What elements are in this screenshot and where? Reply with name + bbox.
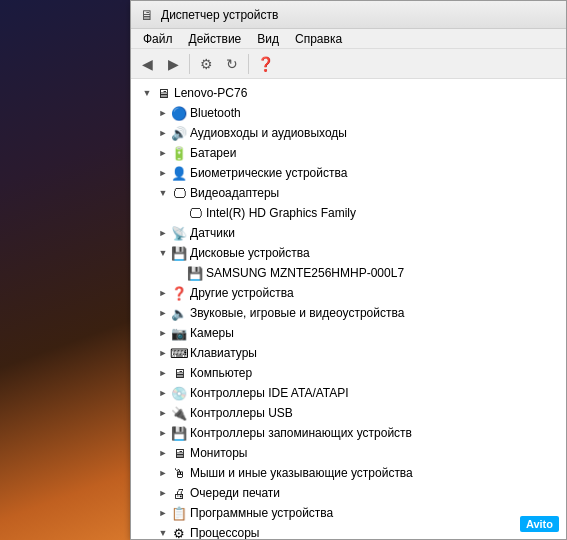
bluetooth-label: Bluetooth [190,106,241,120]
storage-ctrl-expander[interactable] [155,425,171,441]
audio-icon: 🔊 [171,125,187,141]
bluetooth-expander[interactable] [155,105,171,121]
tree-item-sound[interactable]: 🔈 Звуковые, игровые и видеоустройства [131,303,566,323]
intel-gpu-expander [171,205,187,221]
processors-expander[interactable] [155,525,171,539]
computer-expander[interactable] [155,365,171,381]
biometric-expander[interactable] [155,165,171,181]
menu-help[interactable]: Справка [287,30,350,48]
battery-expander[interactable] [155,145,171,161]
disk-expander[interactable] [155,245,171,261]
biometric-icon: 👤 [171,165,187,181]
tree-item-computer[interactable]: 🖥 Компьютер [131,363,566,383]
audio-expander[interactable] [155,125,171,141]
toolbar-separator-1 [189,54,190,74]
forward-button[interactable]: ▶ [161,52,185,76]
help-button[interactable]: ❓ [253,52,277,76]
tree-item-display[interactable]: 🖵 Видеоадаптеры [131,183,566,203]
properties-button[interactable]: ⚙ [194,52,218,76]
print-label: Очереди печати [190,486,280,500]
tree-item-intel-gpu[interactable]: 🖵 Intel(R) HD Graphics Family [131,203,566,223]
software-label: Программные устройства [190,506,333,520]
disk-label: Дисковые устройства [190,246,310,260]
tree-item-cameras[interactable]: 📷 Камеры [131,323,566,343]
window-icon: 🖥 [139,7,155,23]
menu-action[interactable]: Действие [181,30,250,48]
monitors-expander[interactable] [155,445,171,461]
processors-icon: ⚙ [171,525,187,539]
tree-item-monitors[interactable]: 🖥 Мониторы [131,443,566,463]
device-manager-window: 🖥 Диспетчер устройств Файл Действие Вид … [130,0,567,540]
tree-item-disk[interactable]: 💾 Дисковые устройства [131,243,566,263]
battery-icon: 🔋 [171,145,187,161]
root-expander[interactable] [139,85,155,101]
computer-icon: 🖥 [171,365,187,381]
monitors-label: Мониторы [190,446,247,460]
menu-view[interactable]: Вид [249,30,287,48]
battery-label: Батареи [190,146,236,160]
samsung-icon: 💾 [187,265,203,281]
other-expander[interactable] [155,285,171,301]
ide-expander[interactable] [155,385,171,401]
tree-item-bluetooth[interactable]: 🔵 Bluetooth [131,103,566,123]
cameras-label: Камеры [190,326,234,340]
print-icon: 🖨 [171,485,187,501]
sound-label: Звуковые, игровые и видеоустройства [190,306,404,320]
window-title: Диспетчер устройств [161,8,278,22]
tree-item-biometric[interactable]: 👤 Биометрические устройства [131,163,566,183]
tree-item-ide[interactable]: 💿 Контроллеры IDE ATA/ATAPI [131,383,566,403]
tree-item-samsung[interactable]: 💾 SAMSUNG MZNTE256HMHP-000L7 [131,263,566,283]
sensors-expander[interactable] [155,225,171,241]
tree-item-battery[interactable]: 🔋 Батареи [131,143,566,163]
tree-item-usb[interactable]: 🔌 Контроллеры USB [131,403,566,423]
tree-root[interactable]: 🖥 Lenovo-PC76 [131,83,566,103]
cameras-expander[interactable] [155,325,171,341]
back-button[interactable]: ◀ [135,52,159,76]
tree-item-audio[interactable]: 🔊 Аудиовходы и аудиовыходы [131,123,566,143]
biometric-label: Биометрические устройства [190,166,347,180]
other-label: Другие устройства [190,286,294,300]
computer-label: Компьютер [190,366,252,380]
software-expander[interactable] [155,505,171,521]
storage-ctrl-label: Контроллеры запоминающих устройств [190,426,412,440]
avito-badge: Avito [520,516,559,532]
intel-gpu-label: Intel(R) HD Graphics Family [206,206,356,220]
bluetooth-icon: 🔵 [171,105,187,121]
tree-item-print[interactable]: 🖨 Очереди печати [131,483,566,503]
sound-expander[interactable] [155,305,171,321]
mice-label: Мыши и иные указывающие устройства [190,466,413,480]
usb-expander[interactable] [155,405,171,421]
keyboards-label: Клавиатуры [190,346,257,360]
disk-icon: 💾 [171,245,187,261]
print-expander[interactable] [155,485,171,501]
mice-expander[interactable] [155,465,171,481]
tree-item-mice[interactable]: 🖱 Мыши и иные указывающие устройства [131,463,566,483]
device-tree: 🖥 Lenovo-PC76 🔵 Bluetooth 🔊 Аудиовходы и… [131,79,566,539]
refresh-button[interactable]: ↻ [220,52,244,76]
tree-item-sensors[interactable]: 📡 Датчики [131,223,566,243]
tree-item-processors[interactable]: ⚙ Процессоры [131,523,566,539]
processors-label: Процессоры [190,526,260,539]
ide-label: Контроллеры IDE ATA/ATAPI [190,386,349,400]
intel-gpu-icon: 🖵 [187,205,203,221]
samsung-label: SAMSUNG MZNTE256HMHP-000L7 [206,266,404,280]
audio-label: Аудиовходы и аудиовыходы [190,126,347,140]
root-icon: 🖥 [155,85,171,101]
sensors-icon: 📡 [171,225,187,241]
cameras-icon: 📷 [171,325,187,341]
display-expander[interactable] [155,185,171,201]
root-label: Lenovo-PC76 [174,86,247,100]
tree-content: 🖥 Lenovo-PC76 🔵 Bluetooth 🔊 Аудиовходы и… [131,79,566,539]
display-label: Видеоадаптеры [190,186,279,200]
tree-item-keyboards[interactable]: ⌨ Клавиатуры [131,343,566,363]
storage-ctrl-icon: 💾 [171,425,187,441]
menu-file[interactable]: Файл [135,30,181,48]
software-icon: 📋 [171,505,187,521]
toolbar-separator-2 [248,54,249,74]
monitors-icon: 🖥 [171,445,187,461]
tree-item-software[interactable]: 📋 Программные устройства [131,503,566,523]
mice-icon: 🖱 [171,465,187,481]
tree-item-other[interactable]: ❓ Другие устройства [131,283,566,303]
tree-item-storage-ctrl[interactable]: 💾 Контроллеры запоминающих устройств [131,423,566,443]
sound-icon: 🔈 [171,305,187,321]
